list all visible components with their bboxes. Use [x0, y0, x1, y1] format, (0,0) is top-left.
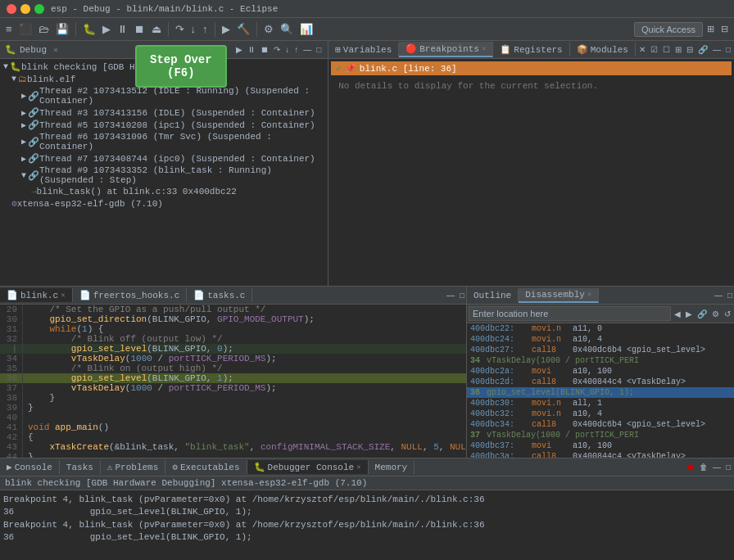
outline-maximize-btn[interactable]: □ [726, 290, 734, 300]
debug-thread-7[interactable]: ▶ 🔗 Thread #7 1073408744 (ipc0) (Suspend… [2, 152, 326, 165]
toolbar-extra-2[interactable]: 🔍 [278, 21, 296, 37]
code-tab-tasks[interactable]: 📄 tasks.c [187, 288, 252, 302]
toolbar-suspend-btn[interactable]: ⏸ [115, 21, 130, 37]
disasm-back-btn[interactable]: ◀ [673, 309, 682, 319]
console-maximize-btn[interactable]: □ [724, 462, 732, 472]
console-stop-btn[interactable]: ⏹ [685, 462, 696, 472]
top-section: 🐛 Debug ✕ ▶ ⏸ ⏹ ↷ ↓ ↑ — □ ▼ 🐛 [0, 41, 734, 287]
debug-resume-btn[interactable]: ▶ [234, 44, 244, 55]
console-tab-console[interactable]: ▶ Console [0, 460, 60, 474]
debug-stepinto-btn[interactable]: ↓ [283, 44, 291, 55]
tab-outline[interactable]: Outline [467, 289, 519, 302]
console-tab-debugger[interactable]: 🐛 Debugger Console ✕ [247, 460, 369, 474]
code-line-36: 36 gpio_set_level(BLINK_GPIO, 1); [0, 373, 466, 383]
code-tab-tasks-label: tasks.c [207, 291, 245, 300]
debug-gdb-item[interactable]: ⚙ xtensa-esp32-elf-gdb (7.10) [2, 197, 326, 210]
console-tab-console-label: Console [15, 463, 52, 472]
console-minimize-btn[interactable]: — [711, 462, 723, 472]
debug-thread-3[interactable]: ▶ 🔗 Thread #3 1073413156 (IDLE) (Suspend… [2, 106, 326, 119]
bp-remove-btn[interactable]: ✕ [637, 44, 647, 55]
toolbar-build-btn[interactable]: 🔨 [234, 21, 252, 37]
debug-stack-frame[interactable]: → blink_task() at blink.c:33 0x400dbc22 [2, 186, 326, 197]
code-panel: 📄 blink.c ✕ 📄 freertos_hooks.c 📄 tasks.c… [0, 287, 467, 458]
toolbar-btn-3[interactable]: 🗁 [36, 21, 52, 37]
tab-modules[interactable]: 📦 Modules [570, 43, 636, 56]
toolbar-btn-2[interactable]: ⬛ [16, 21, 34, 37]
debug-stepover-btn[interactable]: ↷ [272, 44, 282, 55]
console-tab-executables[interactable]: ⚙ Executables [165, 460, 247, 474]
line-num-42: 42 [0, 432, 23, 442]
tab-variables[interactable]: ⊞ Variables [328, 43, 399, 56]
bp-minimize-btn[interactable]: — [711, 44, 723, 55]
toolbar-debug-btn[interactable]: 🐛 [80, 21, 98, 37]
quick-access-button[interactable]: Quick Access [634, 22, 703, 37]
tab-breakpoints[interactable]: 🔴 Breakpoints ✕ [399, 42, 493, 57]
bp-maximize-btn[interactable]: □ [724, 44, 732, 55]
code-line-39: 39 } [0, 403, 466, 413]
close-button[interactable] [7, 4, 16, 14]
disasm-instr-7: movi.n [532, 409, 573, 418]
maximize-button[interactable] [34, 4, 44, 14]
disasm-fwd-btn[interactable]: ▶ [684, 309, 694, 319]
debug-thread-5[interactable]: ▶ 🔗 Thread #5 1073410208 (ipc1) (Suspend… [2, 119, 326, 131]
code-minimize-btn[interactable]: — [445, 290, 456, 300]
debug-minimize-btn[interactable]: — [301, 44, 313, 55]
disasm-sync-btn[interactable]: 🔗 [695, 309, 709, 319]
debug-maximize-btn[interactable]: □ [315, 44, 323, 55]
console-tab-debugger-close[interactable]: ✕ [356, 463, 360, 472]
toolbar-stop-btn[interactable]: ⏹ [132, 21, 147, 37]
debug-thread-9[interactable]: ▼ 🔗 Thread #9 1073433352 (blink_task : R… [2, 165, 326, 186]
toolbar-stepinto-btn[interactable]: ↓ [188, 21, 199, 37]
debug-suspend-btn[interactable]: ⏸ [246, 44, 257, 55]
step-over-tooltip: Step Over (F6) [135, 45, 227, 88]
disasm-instr-btn[interactable]: ⚙ [710, 309, 721, 319]
window-controls [7, 4, 44, 14]
disasm-instr-4: movi [532, 367, 573, 376]
bp-link-btn[interactable]: 🔗 [696, 44, 709, 55]
tab-registers[interactable]: 📋 Registers [493, 43, 569, 56]
console-tab-memory[interactable]: Memory [369, 461, 415, 474]
toolbar-stepover-btn[interactable]: ↷ [173, 21, 187, 37]
breakpoint-entry[interactable]: ✔ 📌 blink.c [line: 36] [331, 61, 732, 75]
disasm-refresh-btn[interactable]: ↺ [723, 309, 732, 319]
breakpoint-label: blink.c [line: 36] [360, 64, 457, 74]
code-maximize-btn[interactable]: □ [458, 290, 466, 300]
debug-thread-2[interactable]: ▶ 🔗 Thread #2 1073413512 (IDLE : Running… [2, 85, 326, 106]
code-content[interactable]: 29 /* Set the GPIO as a push/pull output… [0, 305, 466, 458]
console-tab-tasks[interactable]: Tasks [60, 461, 101, 474]
tab-disassembly-close[interactable]: ✕ [587, 290, 591, 299]
debug-stop-btn[interactable]: ⏹ [259, 44, 270, 55]
tab-disassembly[interactable]: Disassembly ✕ [519, 288, 599, 303]
minimize-button[interactable] [20, 4, 30, 14]
disasm-line-36-comment: 36 gpio_set_level(BLINK_GPIO, 1); [467, 387, 734, 398]
bp-deselect-btn[interactable]: ☐ [661, 44, 672, 55]
code-tab-blink-close[interactable]: ✕ [61, 291, 65, 300]
disasm-location-input[interactable] [469, 306, 671, 321]
code-tab-blink[interactable]: 📄 blink.c ✕ [0, 288, 73, 302]
bp-collapse-btn[interactable]: ⊟ [685, 44, 695, 55]
toolbar-stepout-btn[interactable]: ↑ [200, 21, 211, 37]
console-tab-problems[interactable]: ⚠ Problems [101, 460, 165, 474]
toolbar-resume-btn[interactable]: ▶ [100, 21, 113, 37]
tab-breakpoints-close[interactable]: ✕ [482, 44, 486, 53]
bp-select-all-btn[interactable]: ☑ [649, 44, 659, 55]
debug-thread-6[interactable]: ▶ 🔗 Thread #6 1073431096 (Tmr Svc) (Susp… [2, 131, 326, 152]
toolbar-extra-3[interactable]: 📊 [297, 21, 315, 37]
console-clear-btn[interactable]: 🗑 [698, 462, 709, 472]
bp-expand-btn[interactable]: ⊞ [673, 44, 683, 55]
console-content[interactable]: Breakpoint 4, blink_task (pvParameter=0x… [0, 490, 734, 560]
toolbar-sep-2 [168, 22, 169, 37]
debug-thread-5-arrow: ▶ [21, 120, 26, 130]
toolbar-perspective-2[interactable]: ⊟ [718, 23, 731, 35]
outline-minimize-btn[interactable]: — [713, 290, 724, 300]
toolbar-extra-1[interactable]: ⚙ [261, 21, 276, 37]
toolbar-run-btn[interactable]: ▶ [220, 21, 233, 37]
debug-panel-content: ▼ 🐛 blink checking [GDB Hardwa... ▼ 🗂 bl… [0, 59, 328, 286]
toolbar-btn-4[interactable]: 💾 [53, 21, 71, 37]
debug-stepout-btn[interactable]: ↑ [292, 44, 300, 55]
toolbar-btn-1[interactable]: ≡ [3, 21, 15, 37]
disasm-content[interactable]: 400dbc22: movi.n a11, 0 400dbc24: movi.n… [467, 323, 734, 458]
toolbar-perspective-1[interactable]: ⊞ [705, 23, 717, 35]
toolbar-disconnect-btn[interactable]: ⏏ [149, 21, 164, 37]
code-tab-freertos[interactable]: 📄 freertos_hooks.c [73, 288, 188, 302]
